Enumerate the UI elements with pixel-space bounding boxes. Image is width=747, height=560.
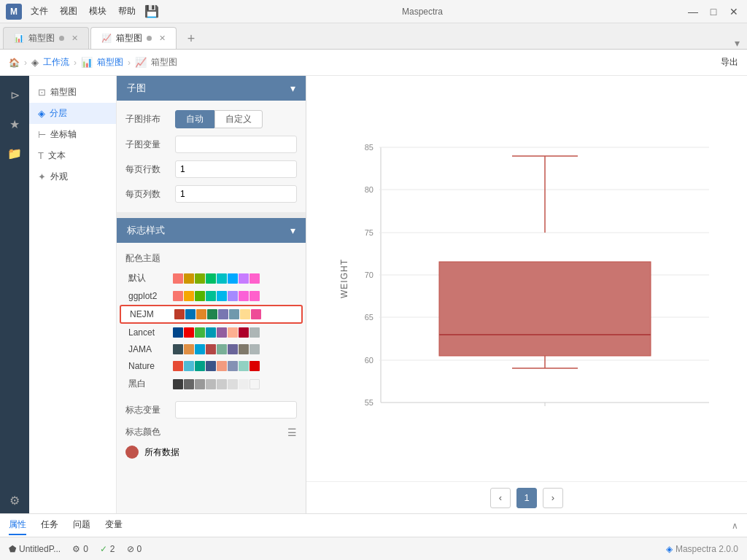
swatch <box>195 379 205 389</box>
theme-label: 配色主题 <box>125 252 169 265</box>
cols-input[interactable] <box>175 185 297 203</box>
marker-collapse-icon[interactable]: ▾ <box>290 225 295 236</box>
swatch <box>173 361 183 371</box>
palette-nature-swatches <box>173 361 260 371</box>
tree-item-axis[interactable]: ⊢ 坐标轴 <box>29 124 116 145</box>
bottom-tab-issues[interactable]: 问题 <box>73 516 90 535</box>
swatch <box>249 361 260 371</box>
subvar-input[interactable] <box>175 136 297 153</box>
palette-nejm[interactable]: NEJM <box>120 305 303 324</box>
swatch <box>249 273 260 284</box>
palette-jama[interactable]: JAMA <box>120 341 303 357</box>
layout-custom-button[interactable]: 自定义 <box>214 110 263 128</box>
bottom-tab-tasks[interactable]: 任务 <box>41 516 58 535</box>
tree-item-boxplot[interactable]: ⊡ 箱型图 <box>29 82 116 103</box>
menu-file[interactable]: 文件 <box>31 5 48 18</box>
swatch <box>239 327 249 338</box>
breadcrumb-boxplot1[interactable]: 箱型图 <box>97 56 123 69</box>
menu-help[interactable]: 帮助 <box>118 5 136 18</box>
ok-item: ✓ 2 <box>100 544 115 554</box>
tree-boxplot-icon: ⊡ <box>38 87 46 98</box>
marker-var-input[interactable] <box>175 401 297 419</box>
rows-input[interactable] <box>175 160 297 178</box>
subgraph-collapse-icon[interactable]: ▾ <box>290 82 295 94</box>
menu-module[interactable]: 模块 <box>89 5 107 18</box>
subvar-label: 子图变量 <box>125 139 169 151</box>
filter-icon[interactable]: ☰ <box>287 427 297 438</box>
bottom-panel-expand-icon[interactable]: ∧ <box>732 521 738 531</box>
tree-item-text[interactable]: T 文本 <box>29 145 116 166</box>
layout-auto-button[interactable]: 自动 <box>175 110 214 128</box>
color-swatch[interactable] <box>125 446 139 459</box>
breadcrumb-boxplot2[interactable]: 箱型图 <box>151 56 177 69</box>
palette-default-swatches <box>173 273 260 284</box>
swatch <box>184 379 194 389</box>
palette-nature[interactable]: Nature <box>120 358 303 374</box>
tab-2-label: 箱型图 <box>116 32 142 44</box>
marker-section-header[interactable]: 标志样式 ▾ <box>117 218 306 243</box>
tree-item-layer[interactable]: ◈ 分层 <box>29 103 116 124</box>
swatch <box>184 273 194 284</box>
swatch <box>217 291 227 301</box>
palette-jama-swatches <box>173 344 260 354</box>
sep2: › <box>74 58 77 68</box>
bottom-tab-properties[interactable]: 属性 <box>9 516 26 535</box>
tree-item-style[interactable]: ✦ 外观 <box>29 166 116 187</box>
rows-label: 每页行数 <box>125 163 169 176</box>
close-button[interactable]: ✕ <box>727 4 741 19</box>
sidebar-nav-icon[interactable]: ⊳ <box>1 82 28 108</box>
tab-1-close[interactable]: ✕ <box>71 34 78 43</box>
tree-style-label: 外观 <box>50 171 68 183</box>
swatch <box>207 309 217 319</box>
tabbar: 📊 箱型图 ✕ 📈 箱型图 ✕ + ▾ <box>0 23 747 50</box>
svg-text:85: 85 <box>365 143 374 152</box>
swatch <box>206 379 216 389</box>
maximize-button[interactable]: □ <box>706 4 721 19</box>
subgraph-section-header[interactable]: 子图 ▾ <box>117 76 306 101</box>
palette-default[interactable]: 默认 <box>120 269 303 287</box>
color-item-label: 所有数据 <box>144 446 179 459</box>
menu-view[interactable]: 视图 <box>60 5 77 18</box>
tab-overflow-button[interactable]: ▾ <box>729 37 744 49</box>
export-button[interactable]: 导出 <box>721 56 738 69</box>
svg-text:55: 55 <box>365 398 374 407</box>
task-icon: ⚙ <box>72 544 80 554</box>
palette-bw-swatches <box>173 379 260 389</box>
ok-count: 2 <box>110 544 115 554</box>
cols-row: 每页列数 <box>117 182 306 206</box>
swatch <box>217 379 227 389</box>
color-item-row: 所有数据 <box>117 442 306 462</box>
new-tab-button[interactable]: + <box>181 28 201 49</box>
section-divider <box>117 212 306 218</box>
project-item: ⬟ UntitledP... <box>9 544 61 554</box>
bottom-tab-variables[interactable]: 变量 <box>105 516 123 535</box>
palette-ggplot2[interactable]: ggplot2 <box>120 288 303 304</box>
palette-lancet[interactable]: Lancet <box>120 324 303 341</box>
sidebar-star-icon[interactable]: ★ <box>1 111 28 137</box>
breadcrumb-icon1: ◈ <box>31 57 39 68</box>
save-icon[interactable]: 💾 <box>144 4 159 18</box>
titlebar: M 文件 视图 模块 帮助 💾 Maspectra — □ ✕ <box>0 0 747 23</box>
palette-ggplot2-swatches <box>173 291 260 301</box>
swatch <box>174 309 185 319</box>
swatch <box>218 309 228 319</box>
prev-page-button[interactable]: ‹ <box>490 488 511 508</box>
svg-text:60: 60 <box>365 356 374 365</box>
tab-1[interactable]: 📊 箱型图 ✕ <box>3 27 89 49</box>
breadcrumb-home[interactable]: 🏠 <box>9 58 20 68</box>
next-page-button[interactable]: › <box>543 488 563 508</box>
sidebar-settings-icon[interactable]: ⚙ <box>1 487 28 513</box>
chart-container: 85 80 75 70 65 60 <box>306 76 747 481</box>
breadcrumb-workflow[interactable]: 工作流 <box>43 56 69 69</box>
window-controls: — □ ✕ <box>686 4 741 19</box>
minimize-button[interactable]: — <box>686 4 700 19</box>
marker-var-label: 标志变量 <box>125 404 169 416</box>
tab-2[interactable]: 📈 箱型图 ✕ <box>90 27 177 49</box>
sidebar-folder-icon[interactable]: 📁 <box>1 140 28 166</box>
swatch <box>206 361 216 371</box>
palette-bw[interactable]: 黑白 <box>120 375 303 393</box>
tab-2-close[interactable]: ✕ <box>159 34 166 43</box>
settings-panel: 子图 ▾ 子图排布 自动 自定义 子图变量 每页行数 <box>117 76 306 513</box>
tree-axis-icon: ⊢ <box>38 129 46 140</box>
current-page[interactable]: 1 <box>516 488 537 508</box>
